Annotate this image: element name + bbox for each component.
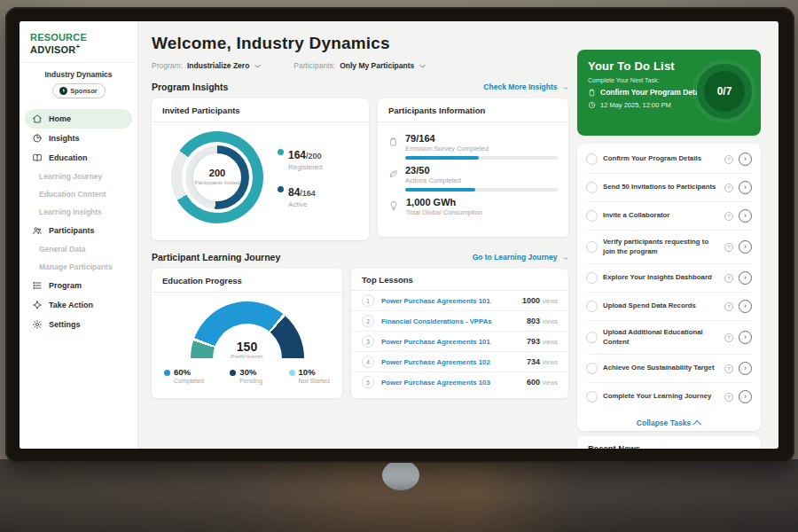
help-icon[interactable]: ? xyxy=(724,393,733,402)
lesson-link[interactable]: Power Purchase Agreements 103 xyxy=(381,379,520,387)
logo-advisor: ADVISOR xyxy=(30,44,76,55)
invited-donut-chart: 200 Participants Invited xyxy=(171,131,263,223)
task-chevron-button[interactable]: › xyxy=(739,153,752,166)
task-row: Upload Spend Data Records ? › xyxy=(586,293,752,321)
sidebar-item-learning-journey[interactable]: Learning Journey xyxy=(25,168,132,185)
legend-suffix: /200 xyxy=(306,152,322,160)
sidebar-item-education[interactable]: Education xyxy=(25,148,132,168)
check-more-insights-link[interactable]: Check More Insights → xyxy=(483,82,568,91)
legend-value: 10% xyxy=(299,367,330,377)
todo-tasks-card: Confirm Your Program Details ? › Send 50… xyxy=(577,144,761,431)
lesson-rank: 3 xyxy=(362,335,374,348)
sidebar-nav: Home Insights Education Learning Journey… xyxy=(20,106,137,338)
main-area: Welcome, Industry Dynamics Program: Indu… xyxy=(138,21,778,449)
task-label: Send 50 Invitations to Participants xyxy=(603,183,719,192)
legend-not-started: 10% Not Started xyxy=(289,367,330,384)
lesson-link[interactable]: Financial Considerations - VPPAs xyxy=(381,317,520,325)
task-chevron-button[interactable]: › xyxy=(739,209,752,223)
legend-registered: 164/200 Registered xyxy=(278,146,323,171)
sidebar-item-label: Take Action xyxy=(49,301,93,309)
sidebar-item-learning-insights[interactable]: Learning Insights xyxy=(25,203,132,221)
help-icon[interactable]: ? xyxy=(724,274,733,283)
lesson-link[interactable]: Power Purchase Agreements 101 xyxy=(381,297,515,305)
task-checkbox[interactable] xyxy=(586,391,598,403)
lesson-link[interactable]: Power Purchase Agreements 101 xyxy=(381,338,520,346)
lesson-views: 600 xyxy=(527,378,540,387)
program-filter-value: Industrialize Zero xyxy=(187,61,249,70)
sidebar-item-home[interactable]: Home xyxy=(25,109,132,129)
sidebar-item-general-data[interactable]: General Data xyxy=(25,240,132,258)
task-checkbox[interactable] xyxy=(586,241,598,253)
go-to-learning-journey-link[interactable]: Go to Learning Journey → xyxy=(473,253,568,262)
task-checkbox[interactable] xyxy=(586,182,598,193)
task-checkbox[interactable] xyxy=(586,210,598,222)
task-chevron-button[interactable]: › xyxy=(739,362,752,375)
legend-value: 60% xyxy=(174,367,204,377)
task-chevron-button[interactable]: › xyxy=(739,300,752,313)
education-progress-card: Education Progress 150 Participants xyxy=(152,269,342,398)
sidebar-item-label: Participants xyxy=(49,226,95,235)
program-filter[interactable]: Program: Industrialize Zero xyxy=(152,61,262,70)
education-gauge-chart: 150 Participants xyxy=(191,301,304,358)
sidebar-item-settings[interactable]: Settings xyxy=(25,315,132,334)
sidebar-item-participants[interactable]: Participants xyxy=(25,221,132,240)
sidebar: RESOURCE ADVISOR+ Industry Dynamics Spon… xyxy=(20,21,138,449)
todo-panel: Your To Do List Complete Your Next Task:… xyxy=(577,50,761,136)
task-checkbox[interactable] xyxy=(586,301,598,312)
legend-dot-navy xyxy=(230,370,236,376)
gauge-center-label: Participants xyxy=(191,354,304,358)
task-chevron-button[interactable]: › xyxy=(739,271,752,285)
task-label: Confirm Your Program Details xyxy=(603,154,719,164)
link-label: Go to Learning Journey xyxy=(473,253,558,262)
help-icon[interactable]: ? xyxy=(724,243,733,252)
help-icon[interactable]: ? xyxy=(724,184,733,192)
task-checkbox[interactable] xyxy=(586,332,598,343)
help-icon[interactable]: ? xyxy=(724,212,733,221)
views-suffix: views xyxy=(542,298,558,304)
task-chevron-button[interactable]: › xyxy=(739,240,752,254)
sidebar-item-education-content[interactable]: Education Content xyxy=(25,185,132,203)
top-lessons-card: Top Lessons 1 Power Purchase Agreements … xyxy=(351,269,568,398)
views-suffix: views xyxy=(542,379,558,386)
background-photo: RESOURCE ADVISOR+ Industry Dynamics Spon… xyxy=(0,0,798,532)
main-content: Welcome, Industry Dynamics Program: Indu… xyxy=(152,34,568,398)
help-icon[interactable]: ? xyxy=(724,333,733,342)
lesson-views: 734 xyxy=(527,357,540,366)
lesson-row: 1 Power Purchase Agreements 101 1000 vie… xyxy=(351,291,568,311)
card-title: Recent News xyxy=(577,436,761,449)
task-chevron-button[interactable]: › xyxy=(739,331,752,344)
sidebar-item-label: Program xyxy=(49,281,82,290)
legend-dot-darkblue xyxy=(278,186,284,192)
sidebar-item-program[interactable]: Program xyxy=(25,276,132,295)
card-title: Invited Participants xyxy=(152,98,369,122)
legend-dot-blue xyxy=(164,370,170,376)
task-checkbox[interactable] xyxy=(586,272,598,284)
task-row: Verify participants requesting to join t… xyxy=(586,231,752,264)
sidebar-item-insights[interactable]: Insights xyxy=(25,129,132,148)
sidebar-item-take-action[interactable]: Take Action xyxy=(25,295,132,315)
legend-label: Completed xyxy=(174,378,204,384)
card-title: Top Lessons xyxy=(351,269,568,291)
participants-filter[interactable]: Participants: Only My Participants xyxy=(293,61,426,70)
task-chevron-button[interactable]: › xyxy=(739,390,752,403)
participants-filter-value: Only My Participants xyxy=(340,61,414,70)
donut-center-label: Participants Invited xyxy=(195,180,240,187)
task-checkbox[interactable] xyxy=(586,153,598,165)
help-icon[interactable]: ? xyxy=(724,155,733,164)
sidebar-item-label: Insights xyxy=(49,134,80,143)
task-chevron-button[interactable]: › xyxy=(739,181,752,194)
org-name: Industry Dynamics xyxy=(20,70,137,79)
lesson-link[interactable]: Power Purchase Agreements 102 xyxy=(381,358,520,366)
collapse-tasks-link[interactable]: Collapse Tasks xyxy=(586,411,752,434)
help-icon[interactable]: ? xyxy=(724,302,733,311)
task-row: Send 50 Invitations to Participants ? › xyxy=(586,174,752,202)
progress-fill xyxy=(405,156,479,160)
sidebar-item-manage-participants[interactable]: Manage Participants xyxy=(25,258,132,276)
legend-value: 164 xyxy=(288,149,306,161)
sponsor-badge[interactable]: Sponsor xyxy=(52,83,106,98)
help-icon[interactable]: ? xyxy=(724,364,733,373)
arrow-right-icon: → xyxy=(561,253,569,262)
logo-resource: RESOURCE xyxy=(30,32,87,43)
views-suffix: views xyxy=(542,339,558,345)
task-checkbox[interactable] xyxy=(586,363,598,374)
